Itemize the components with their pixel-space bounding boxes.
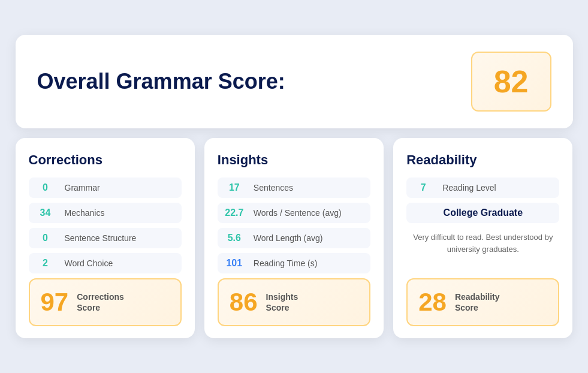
corrections-score-label: Corrections Score	[77, 291, 124, 313]
insights-sentences-label: Sentences	[254, 183, 293, 192]
corrections-score-number: 97	[41, 288, 69, 317]
insights-title: Insights	[218, 152, 370, 168]
readability-title: Readability	[406, 152, 559, 168]
readability-score-footer: 28 Readability Score	[406, 278, 559, 326]
readability-grade-label: College Graduate	[412, 207, 553, 218]
corrections-card: Corrections 0 Grammar 34 Mechanics 0 Sen…	[16, 138, 195, 338]
overall-score-value: 82	[494, 64, 529, 100]
insights-score-number: 86	[230, 288, 258, 317]
corrections-grammar-label: Grammar	[65, 183, 100, 192]
overall-score-card: Overall Grammar Score: 82	[16, 35, 573, 128]
insights-word-length-label: Word Length (avg)	[254, 233, 323, 243]
metric-row: 0 Grammar	[29, 178, 182, 198]
insights-word-length-value: 5.6	[224, 233, 245, 243]
readability-score-label: Readability Score	[455, 291, 500, 313]
readability-level-value: 7	[412, 182, 434, 193]
corrections-sentence-label: Sentence Structure	[65, 233, 137, 243]
insights-reading-time-label: Reading Time (s)	[254, 258, 318, 268]
insights-score-footer: 86 Insights Score	[218, 278, 370, 326]
corrections-sentence-value: 0	[35, 233, 56, 243]
insights-words-per-sentence-value: 22.7	[224, 207, 245, 218]
metric-row: 5.6 Word Length (avg)	[218, 228, 370, 248]
corrections-grammar-value: 0	[35, 182, 56, 193]
insights-words-per-sentence-label: Words / Sentence (avg)	[254, 208, 342, 218]
readability-grade-row: College Graduate	[406, 203, 559, 223]
insights-reading-time-value: 101	[224, 258, 245, 269]
readability-score-number: 28	[418, 288, 447, 317]
corrections-mechanics-value: 34	[35, 207, 56, 218]
corrections-title: Corrections	[29, 152, 182, 168]
insights-card: Insights 17 Sentences 22.7 Words / Sente…	[204, 138, 384, 338]
readability-card: Readability 7 Reading Level College Grad…	[393, 138, 572, 338]
overall-title: Overall Grammar Score:	[37, 69, 285, 94]
corrections-mechanics-label: Mechanics	[65, 208, 105, 218]
readability-description: Very difficult to read. Best understood …	[406, 228, 559, 261]
insights-sentences-value: 17	[224, 182, 245, 193]
insights-score-label: Insights Score	[266, 291, 298, 313]
metric-row: 2 Word Choice	[29, 253, 182, 273]
metric-row: 22.7 Words / Sentence (avg)	[218, 203, 370, 223]
readability-level-label: Reading Level	[442, 183, 496, 192]
corrections-wordchoice-label: Word Choice	[65, 258, 113, 268]
metric-row: 0 Sentence Structure	[29, 228, 182, 248]
columns-row: Corrections 0 Grammar 34 Mechanics 0 Sen…	[16, 138, 573, 338]
metric-row: 17 Sentences	[218, 178, 370, 198]
overall-score-box: 82	[471, 52, 551, 112]
corrections-wordchoice-value: 2	[35, 258, 56, 269]
metric-row: 7 Reading Level	[406, 178, 559, 198]
metric-row: 101 Reading Time (s)	[218, 253, 370, 273]
main-container: Overall Grammar Score: 82 Corrections 0 …	[16, 35, 573, 338]
corrections-score-footer: 97 Corrections Score	[29, 278, 182, 326]
metric-row: 34 Mechanics	[29, 203, 182, 223]
